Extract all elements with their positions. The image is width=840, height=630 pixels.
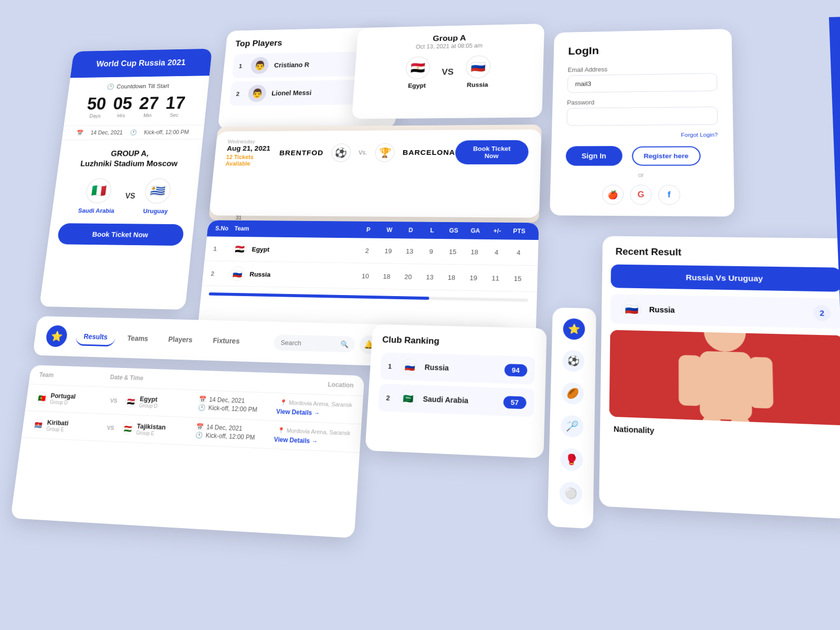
rr-result-row: 🇷🇺 Russia 2 [610,294,840,329]
clock-icon-f2: 🕐 [195,432,203,439]
email-input[interactable] [567,73,717,93]
fixture1-date: 14 Dec, 2021 [209,396,245,404]
fixture2-vs: VS [107,425,114,431]
login-title: LogIn [568,43,717,58]
player2-avatar: 👨 [247,85,267,102]
nav-item-results[interactable]: Results [75,328,116,346]
ga-team1-name: Egypt [404,82,429,89]
player2-name: Lionel Messi [271,89,355,97]
fixture2-kickoff: Kick-off, 12:00 PM [205,432,255,441]
team2: 🇺🇾 Uruguay [142,178,172,215]
days-label: Days [86,113,105,119]
cr-row-1: 1 🇷🇺 Russia 94 [380,352,536,384]
bvb-vs: Vs. [359,149,368,156]
fixture2-team2-block: 🇹🇯 Tajikistan Group E [121,422,192,438]
hrs-value: 05 [112,95,133,112]
ga-vs: VS [442,67,454,77]
match-date-row: 📅 14 Dec, 2021 🕐 Kick-off, 12:00 PM [62,125,204,140]
team2-flag: 🇺🇾 [143,178,172,204]
tr1-ga: 18 [464,248,486,256]
player1-name: Cristiano R [274,60,358,69]
clock-icon: 🕐 [107,83,114,90]
cr-row-2: 2 🇸🇦 Saudi Arabia 57 [378,384,534,417]
fixture1-vs: VS [110,397,118,404]
tr1-w: 19 [377,247,399,255]
th-pts: PTS [508,227,530,235]
kickoff-time: Kick-off, 12:00 PM [144,129,190,136]
calendar-icon: 📅 [76,130,83,136]
fixture2-location: 📍 Mordovia Arena, Saransk [275,426,351,436]
bvb-card: Wednesday Aug 21, 2021 12 Tickets Availa… [209,129,541,217]
sb-icon-boxing[interactable]: 🥊 [560,448,583,471]
tr1-gs: 15 [442,248,464,256]
social-login-buttons: 🍎 G f [565,184,719,205]
signin-button[interactable]: Sign In [565,146,622,166]
password-input[interactable] [566,107,718,126]
sb-icon-disc[interactable]: ⚪ [559,481,582,505]
fixture1-team1-flag: 🇵🇹 [36,392,49,404]
fixture2-view-details[interactable]: View Details → [274,435,350,446]
bvb-logo2: 🏆 [374,143,395,162]
fixture1-team2-flag: 🇪🇬 [124,395,138,407]
worldcup-card: World Cup Russia 2021 🕐 Countdown Till S… [39,49,212,310]
sb-icon-soccer[interactable]: ⚽ [562,350,585,372]
nav-item-teams[interactable]: Teams [119,330,156,346]
sb-icon-star[interactable]: ⭐ [563,318,585,340]
th-sno: S.No [215,225,235,232]
rr-player-image [609,330,840,425]
bvb-team2: BARCELONA [403,148,456,156]
days-value: 50 [86,95,107,112]
sb-icon-rugby[interactable]: 🏉 [561,382,584,405]
recent-result-card: Recent Result Russia Vs Uruguay 🇷🇺 Russi… [599,236,840,520]
min-block: 27 Min [138,94,160,118]
wc-header: World Cup Russia 2021 [70,49,212,78]
nav-item-fixtures[interactable]: Fixtures [204,332,248,350]
hrs-block: 05 Hrs [111,95,133,118]
progress-bar-1 [209,292,529,302]
nav-item-players[interactable]: Players [160,331,201,348]
fixture2-date: 14 Dec, 2021 [206,424,243,433]
min-value: 27 [139,94,160,112]
tr1-pts: 4 [507,248,530,256]
bvb-book-btn[interactable]: Book Ticket Now [455,140,529,164]
tr2-ga: 19 [463,274,485,281]
wc-teams: 🇮🇹 Saudi Arabia VS 🇺🇾 Uruguay [61,178,190,215]
forgot-login-link[interactable]: Forgot Login? [566,132,718,139]
fh-datetime: Date & Time [110,374,227,385]
book-ticket-btn[interactable]: Book Ticket Now [57,223,184,246]
google-login-btn[interactable]: G [630,185,652,205]
fixture1-team1-block: 🇵🇹 Portugal Group D [35,391,103,407]
bvb-team1: BRENTFOD [279,149,324,156]
apple-login-btn[interactable]: 🍎 [602,185,624,205]
fixture1-view-details[interactable]: View Details → [276,407,352,418]
th-pm: +/- [486,227,508,235]
tr2-pts: 15 [507,275,529,282]
fixture2-team1-flag: 🇰🇮 [32,418,45,431]
group-title: GROUP A, Luzhniki Stadium Moscow [67,149,192,169]
sec-value: 17 [165,94,186,112]
bvb-date: Aug 21, 2021 [227,144,280,152]
bvb-tickets: 12 Tickets Available [225,154,279,167]
bvb-date-block: Wednesday Aug 21, 2021 12 Tickets Availa… [225,139,281,167]
tr2-p: 10 [354,272,376,280]
tr2-pm: 11 [484,274,507,282]
nav-logo: ⭐ [45,325,68,347]
star-icon: ⭐ [50,330,63,342]
ga-team1: 🇪🇬 Egypt [404,56,430,89]
password-label: Password [567,98,718,106]
facebook-login-btn[interactable]: f [658,185,680,205]
register-button[interactable]: Register here [632,146,700,165]
ga-team2-name: Russia [465,81,490,88]
login-card: LogIn Email Address Password Forgot Logi… [550,29,734,217]
team1: 🇮🇹 Saudi Arabia [78,178,118,214]
sb-icon-badminton[interactable]: 🏸 [561,415,583,438]
email-label: Email Address [568,65,717,74]
tr2-gs: 18 [440,274,463,281]
fixture1-location: 📍 Mordovia Arena, Saransk [277,398,352,408]
fixture2-dt: 📅 14 Dec, 2021 🕐 Kick-off, 12:00 PM [195,423,270,443]
cr2-name: Saudi Arabia [423,395,497,406]
cr1-name: Russia [424,363,498,373]
tr1-pm: 4 [485,248,507,256]
tr2-name: Russia [249,270,271,278]
tr1-flag: 🇪🇬 [232,242,248,256]
